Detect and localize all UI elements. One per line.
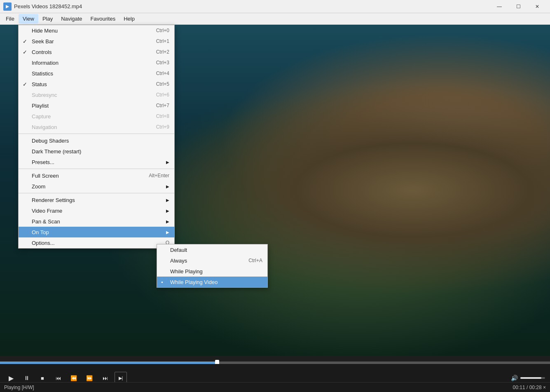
menu-renderer-settings[interactable]: Renderer Settings ▶ [19, 195, 174, 205]
menu-hide-menu[interactable]: Hide Menu Ctrl+0 [19, 25, 174, 36]
menu-presets[interactable]: Presets... ▶ [19, 157, 174, 167]
menu-capture: Capture Ctrl+8 [19, 111, 174, 122]
status-bar: Playing [H/W] 00:11 / 00:28 × [0, 382, 550, 392]
menu-help[interactable]: Help [119, 14, 139, 23]
on-top-submenu: Default Always Ctrl+A While Playing Whil… [157, 244, 268, 288]
menu-play[interactable]: Play [38, 14, 57, 23]
menu-zoom[interactable]: Zoom ▶ [19, 181, 174, 192]
submenu-always[interactable]: Always Ctrl+A [157, 255, 267, 266]
submenu-while-playing-video[interactable]: While Playing Video [157, 277, 267, 287]
app-icon: ▶ [3, 2, 12, 11]
minimize-button[interactable]: — [490, 0, 509, 13]
menu-options[interactable]: Options... O [19, 237, 174, 248]
menu-information[interactable]: Information Ctrl+3 [19, 57, 174, 68]
menu-navigate[interactable]: Navigate [57, 14, 86, 23]
menu-view[interactable]: View [19, 14, 38, 23]
window-controls: — ☐ ✕ [490, 0, 547, 13]
menu-full-screen[interactable]: Full Screen Alt+Enter [19, 170, 174, 181]
menu-file[interactable]: File [2, 14, 19, 23]
title-bar: ▶ Pexels Videos 1828452.mp4 — ☐ ✕ [0, 0, 550, 13]
menu-statistics[interactable]: Statistics Ctrl+4 [19, 68, 174, 79]
view-menu: Hide Menu Ctrl+0 Seek Bar Ctrl+1 Control… [18, 25, 175, 249]
menu-dark-theme[interactable]: Dark Theme (restart) [19, 146, 174, 157]
volume-icon: 🔊 [511, 375, 518, 381]
title-text: Pexels Videos 1828452.mp4 [14, 3, 490, 9]
menu-on-top[interactable]: On Top ▶ [19, 227, 174, 237]
controls-bar: ▶ ⏸ ■ ⏮ ⏪ ⏩ ⏭ ▶| 🔊 Playing [H/W] 00:11 /… [0, 364, 550, 392]
maximize-button[interactable]: ☐ [509, 0, 528, 13]
menu-playlist[interactable]: Playlist Ctrl+7 [19, 100, 174, 111]
close-button[interactable]: ✕ [528, 0, 547, 13]
submenu-while-playing[interactable]: While Playing [157, 266, 267, 277]
menu-video-frame[interactable]: Video Frame ▶ [19, 205, 174, 216]
menu-favourites[interactable]: Favourites [87, 14, 120, 23]
separator-2 [19, 169, 174, 169]
menu-pan-scan[interactable]: Pan & Scan ▶ [19, 216, 174, 227]
separator-1 [19, 134, 174, 134]
separator-3 [19, 193, 174, 193]
menu-subresync: Subresync Ctrl+6 [19, 89, 174, 100]
volume-slider[interactable] [520, 377, 545, 379]
menu-bar: File View Play Navigate Favourites Help [0, 13, 550, 25]
menu-status[interactable]: Status Ctrl+5 [19, 79, 174, 89]
menu-controls[interactable]: Controls Ctrl+2 [19, 47, 174, 57]
menu-debug-shaders[interactable]: Debug Shaders [19, 135, 174, 146]
status-right: 00:11 / 00:28 × [513, 385, 546, 390]
submenu-default[interactable]: Default [157, 244, 267, 255]
menu-navigation: Navigation Ctrl+9 [19, 122, 174, 132]
volume-fill [520, 377, 541, 379]
menu-seek-bar[interactable]: Seek Bar Ctrl+1 [19, 36, 174, 47]
volume-control: 🔊 [511, 375, 545, 381]
status-left: Playing [H/W] [4, 385, 34, 390]
